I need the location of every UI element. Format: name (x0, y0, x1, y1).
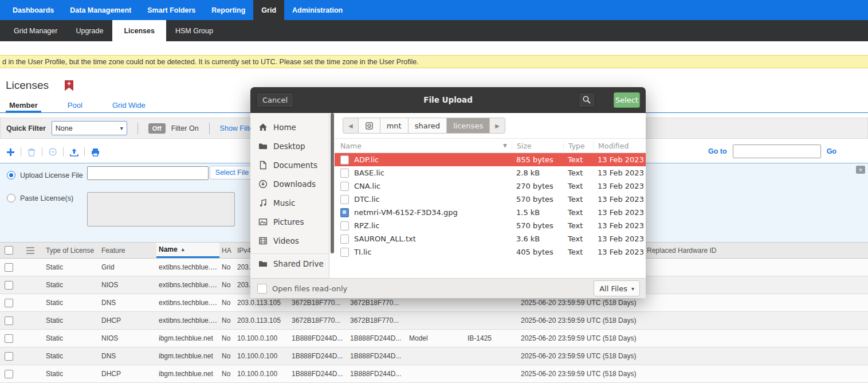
file-col-size[interactable]: Size (512, 142, 563, 150)
upload-file-input[interactable] (87, 166, 209, 180)
header-feature[interactable]: Feature (99, 243, 156, 258)
file-row[interactable]: RPZ.lic 570 bytes Text 13 Feb 2023 (335, 219, 646, 232)
file-col-name[interactable]: Name ▼ (335, 142, 512, 150)
header-replaced-hardware-id[interactable]: Replaced Hardware ID (645, 243, 868, 258)
goto-button[interactable]: Go (827, 147, 836, 155)
quick-filter-value: None (56, 124, 73, 132)
chevron-down-icon: ▾ (631, 286, 634, 292)
quick-filter-select[interactable]: None ▾ (52, 121, 127, 135)
upload-file-radio[interactable] (7, 171, 15, 179)
subnav-licenses[interactable]: Licenses (112, 20, 166, 41)
goto-input[interactable] (733, 144, 821, 158)
print-icon[interactable] (89, 146, 101, 158)
cancel-button[interactable]: Cancel (256, 92, 294, 108)
crumb-mnt[interactable]: mnt (380, 118, 409, 133)
nav-administration[interactable]: Administration (284, 0, 351, 20)
search-icon (582, 95, 591, 104)
sidebar-item-videos[interactable]: Videos (250, 231, 329, 250)
readonly-checkbox[interactable] (257, 284, 267, 294)
row-checkbox[interactable] (5, 316, 13, 325)
delete-icon[interactable] (26, 146, 37, 158)
sidebar-item-pictures[interactable]: Pictures (250, 212, 329, 231)
file-row[interactable]: TI.lic 405 bytes Text 13 Feb 2023 (335, 245, 646, 259)
home-icon (258, 123, 268, 132)
exclude-icon[interactable] (47, 146, 58, 158)
table-row[interactable]: Static DHCP extibns.techblue.n… No 203.0… (0, 312, 868, 330)
top-nav: Dashboards Data Management Smart Folders… (0, 0, 868, 20)
crumb-shared[interactable]: shared (409, 118, 447, 133)
row-checkbox[interactable] (5, 352, 13, 361)
cell-hwid-2: 1B888FD244D... (348, 334, 407, 342)
row-checkbox[interactable] (5, 334, 13, 343)
file-row[interactable]: DTC.lic 570 bytes Text 13 Feb 2023 (335, 193, 646, 206)
back-icon[interactable]: ◀ (343, 118, 359, 133)
file-row[interactable]: ADP.lic 855 bytes Text 13 Feb 2023 (335, 153, 646, 166)
sidebar-item-documents[interactable]: Documents (250, 155, 329, 174)
row-checkbox[interactable] (5, 370, 13, 378)
sidebar-item-shared-drive[interactable]: Shared Drive (250, 253, 329, 273)
file-row[interactable]: BASE.lic 2.8 kB Text 13 Feb 2023 (335, 166, 646, 179)
sidebar-scrollbar[interactable] (331, 113, 334, 278)
sidebar-item-home[interactable]: Home (250, 118, 329, 136)
file-row[interactable]: SAURON_ALL.txt 3.6 kB Text 13 Feb 2023 (335, 232, 646, 245)
sidebar-item-desktop[interactable]: Desktop (250, 136, 329, 155)
subnav-hsm-group[interactable]: HSM Group (166, 20, 222, 41)
sidebar-item-music[interactable]: Music (250, 193, 329, 212)
search-button[interactable] (578, 92, 595, 108)
table-row[interactable]: Static DNS ibgm.techblue.net No 10.100.0… (0, 347, 868, 365)
tab-grid-wide[interactable]: Grid Wide (109, 97, 149, 112)
crumb-licenses[interactable]: licenses (447, 118, 490, 133)
tab-pool[interactable]: Pool (64, 97, 86, 112)
dialog-header: File Upload Cancel Select (250, 87, 646, 113)
header-menu-icon[interactable] (26, 247, 34, 248)
export-icon[interactable] (68, 146, 80, 158)
nav-dashboards[interactable]: Dashboards (5, 0, 62, 20)
nav-reporting[interactable]: Reporting (203, 0, 253, 20)
file-col-type[interactable]: Type (563, 142, 593, 150)
file-name: DTC.lic (354, 195, 380, 204)
file-name: TI.lic (354, 248, 371, 256)
forward-icon[interactable]: ▶ (490, 118, 505, 133)
nav-grid[interactable]: Grid (253, 0, 284, 20)
drive-crumb[interactable] (359, 118, 380, 133)
close-icon[interactable]: × (856, 166, 865, 174)
bookmark-icon[interactable] (65, 80, 73, 91)
cell-model-label: Model (407, 334, 465, 342)
paste-license-radio[interactable] (7, 194, 15, 202)
sidebar-item-downloads[interactable]: Downloads (250, 174, 329, 193)
subnav-grid-manager[interactable]: Grid Manager (5, 20, 66, 41)
nav-data-management[interactable]: Data Management (62, 0, 139, 20)
file-col-modified[interactable]: Modified (593, 142, 646, 150)
header-ha[interactable]: HA (219, 243, 235, 258)
dialog-main: ◀ mnt shared licenses ▶ Name (329, 113, 646, 278)
cell-ha: No (219, 352, 235, 360)
row-checkbox[interactable] (5, 263, 13, 272)
file-row[interactable]: netmri-VM-6152-F3D34.gpg 1.5 kB Text 13 … (335, 206, 646, 219)
table-row[interactable]: Static NIOS ibgm.techblue.net No 10.100.… (0, 330, 868, 347)
file-row[interactable]: CNA.lic 270 bytes Text 13 Feb 2023 (335, 179, 646, 193)
file-modified: 13 Feb 2023 (593, 208, 646, 217)
cell-hwid: 1B888FD244D... (289, 352, 348, 360)
row-checkbox[interactable] (5, 299, 13, 307)
filter-toggle[interactable]: Off (148, 123, 166, 134)
add-icon[interactable] (5, 146, 16, 158)
tab-member[interactable]: Member (6, 97, 41, 112)
cell-feature: DHCP (99, 316, 156, 325)
cell-hwid-2: 3672B18F770... (348, 299, 407, 307)
paste-license-textarea[interactable] (87, 192, 235, 226)
header-name[interactable]: Name▲ (156, 243, 219, 258)
table-row[interactable]: Static DHCP ibgm.techblue.net No 10.100.… (0, 365, 868, 383)
row-checkbox[interactable] (5, 281, 13, 290)
select-all-checkbox[interactable] (5, 246, 13, 255)
file-size: 855 bytes (512, 155, 563, 164)
file-size: 1.5 kB (512, 208, 563, 217)
nav-smart-folders[interactable]: Smart Folders (139, 0, 203, 20)
file-name: netmri-VM-6152-F3D34.gpg (354, 208, 458, 217)
cell-ha: No (219, 370, 235, 378)
picture-icon (258, 217, 268, 226)
select-button[interactable]: Select (614, 92, 640, 108)
file-filter-dropdown[interactable]: All Files ▾ (594, 280, 640, 296)
select-file-button[interactable]: Select File (210, 166, 254, 179)
subnav-upgrade[interactable]: Upgrade (66, 20, 112, 41)
header-type[interactable]: Type of License (44, 243, 99, 258)
